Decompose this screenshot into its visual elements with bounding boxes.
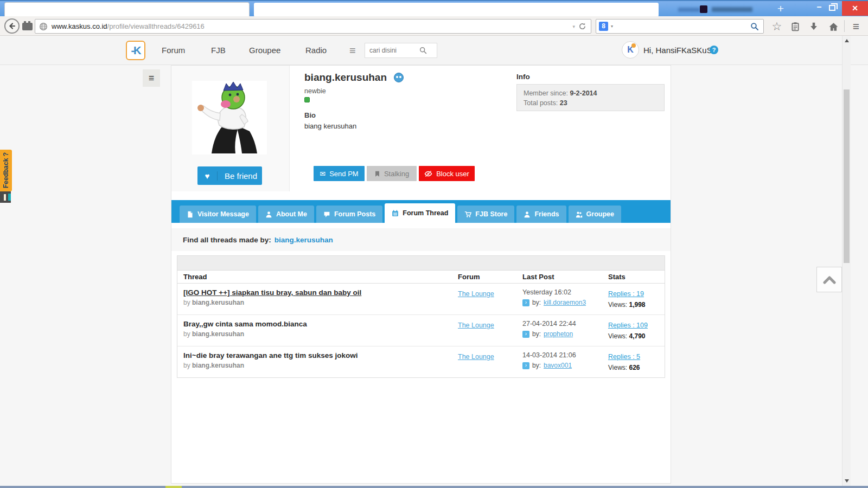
bookmark-star-icon[interactable]: ☆ [770, 20, 783, 33]
nav-item-fjb[interactable]: FJB [211, 46, 226, 55]
be-friend-button[interactable]: ♥ Be friend [197, 166, 262, 185]
last-post-user-link[interactable]: propheton [544, 330, 573, 338]
speech-bubble-icon [323, 211, 330, 218]
profile-details: biang.kerusuhan newbie Bio biang kerusuh… [290, 66, 671, 191]
address-bar[interactable]: www.kaskus.co.id/profile/viewallthreads/… [35, 19, 591, 34]
nav-item-radio[interactable]: Radio [305, 46, 327, 55]
replies-link[interactable]: Replies : 109 [608, 322, 648, 329]
tab-forum-thread[interactable]: Forum Thread [385, 203, 455, 223]
vertical-scrollbar[interactable] [842, 36, 851, 486]
calendar-grid-icon [392, 210, 399, 217]
find-threads-username-link[interactable]: biang.kerusuhan [275, 236, 333, 244]
sidebar-toggle-button[interactable]: ≡ [143, 69, 160, 87]
tab-label: Forum Thread [403, 209, 448, 217]
new-tab-button[interactable]: + [773, 3, 789, 16]
tab-visitor-message[interactable]: Visitor Message [180, 206, 256, 223]
urlbar-dropdown-icon[interactable]: ▾ [572, 24, 575, 29]
nav-item-forum[interactable]: Forum [162, 46, 185, 55]
clipboard-icon[interactable] [789, 20, 802, 33]
tab-favicon [700, 5, 707, 13]
forum-link[interactable]: The Lounge [458, 353, 494, 361]
forum-link[interactable]: The Lounge [458, 290, 494, 298]
back-button[interactable] [4, 18, 20, 34]
site-search[interactable] [365, 43, 437, 58]
tab-fjb-store[interactable]: FJB Store [457, 206, 514, 223]
taskbar-edge [0, 486, 868, 488]
forum-link[interactable]: The Lounge [458, 322, 494, 329]
user-greeting[interactable]: Hi, HansiFKaSKuS [643, 46, 712, 55]
table-toolbar [177, 256, 665, 271]
kaskus-logo[interactable]: -K [126, 41, 145, 60]
tab-forum-posts[interactable]: Forum Posts [316, 206, 382, 223]
total-posts-line: Total posts: 23 [524, 98, 658, 108]
replies-link[interactable]: Replies : 19 [608, 290, 644, 298]
eye-slash-icon [424, 170, 432, 178]
scroll-to-top-button[interactable] [816, 267, 842, 292]
thread-title-link[interactable]: Ini~die bray terawangan ane ttg tim suks… [183, 351, 458, 359]
tab-friends[interactable]: Friends [516, 206, 566, 223]
scrollbar-up-icon[interactable] [845, 39, 849, 42]
search-go-icon[interactable] [750, 22, 759, 31]
home-icon[interactable] [827, 20, 840, 33]
tab-about-me[interactable]: About Me [258, 206, 314, 223]
tab-label: Groupee [586, 210, 614, 218]
bio-label: Bio [304, 111, 316, 119]
person-icon [524, 211, 531, 218]
background-browser-tab[interactable] [663, 3, 763, 17]
reload-icon[interactable] [578, 22, 586, 30]
people-icon [576, 211, 583, 218]
menu-icon[interactable]: ≡ [850, 20, 863, 33]
minimize-button[interactable]: – [812, 1, 827, 15]
search-engine-bar[interactable]: 8 ▾ [596, 19, 764, 34]
scrollbar-thumb[interactable] [844, 89, 850, 263]
info-label: Info [516, 73, 530, 81]
tab-groupee[interactable]: Groupee [569, 206, 621, 223]
column-header-last-post: Last Post [522, 273, 608, 281]
user-avatar[interactable]: K [622, 41, 639, 59]
profile-tab-bar: Visitor Message About Me Forum Posts For… [171, 200, 671, 223]
thread-author-line: by biang.kerusuhan [183, 362, 458, 369]
scrollbar-down-icon[interactable] [845, 479, 849, 483]
online-status-icon [304, 97, 310, 102]
stalking-button[interactable]: Stalking [367, 166, 417, 181]
last-post-user-link[interactable]: kill.doraemon3 [544, 299, 586, 306]
header-menu-icon[interactable]: ≡ [349, 44, 356, 57]
censored-tab-area [254, 3, 659, 17]
last-post-user-link[interactable]: bavox001 [544, 362, 572, 369]
be-friend-label: Be friend [218, 171, 257, 181]
goto-last-post-icon[interactable]: › [522, 362, 529, 369]
replies-link[interactable]: Replies : 5 [608, 353, 640, 361]
find-threads-bar: Find all threads made by: biang.kerusuha… [171, 228, 671, 251]
goto-last-post-icon[interactable]: › [522, 331, 529, 338]
send-pm-button[interactable]: ✉ Send PM [314, 166, 365, 181]
thread-title-link[interactable]: Bray,,gw cinta sama momod.bianca [183, 320, 458, 328]
forward-button[interactable] [22, 23, 33, 30]
toolbar-divider [844, 20, 845, 32]
threads-table: Thread Forum Last Post Stats [IGO HOT ++… [177, 255, 665, 378]
restore-button[interactable] [829, 5, 835, 11]
feedback-tab[interactable]: Feedback ? [0, 150, 12, 191]
url-path: /profile/viewallthreads/6429616 [107, 22, 205, 30]
google-icon[interactable]: 8 [599, 22, 608, 31]
column-header-thread: Thread [177, 273, 458, 281]
thread-title-link[interactable]: [IGO HOT ++] siapkan tisu bray, sabun da… [183, 288, 458, 297]
views-line: Views: 4,790 [608, 332, 664, 340]
downloads-icon[interactable] [807, 20, 820, 33]
goto-last-post-icon[interactable]: › [522, 299, 529, 306]
heart-icon: ♥ [197, 171, 218, 181]
url-host: www.kaskus.co.id [52, 22, 107, 30]
active-browser-tab[interactable] [4, 2, 250, 17]
person-icon [265, 211, 272, 218]
tab-label: FJB Store [475, 210, 507, 218]
search-engine-dropdown-icon[interactable]: ▾ [611, 24, 613, 29]
nav-item-groupee[interactable]: Groupee [249, 46, 280, 55]
browser-tab-bar: + – ✕ [0, 0, 868, 16]
sidebar-widget-icon[interactable] [0, 191, 11, 203]
close-button[interactable]: ✕ [842, 1, 868, 16]
site-search-icon[interactable] [419, 47, 427, 54]
block-user-label: Block user [436, 170, 469, 178]
help-icon[interactable]: ? [710, 46, 718, 54]
last-post-by-label: by: [532, 330, 541, 338]
site-search-input[interactable] [365, 47, 419, 54]
block-user-button[interactable]: Block user [419, 166, 475, 181]
